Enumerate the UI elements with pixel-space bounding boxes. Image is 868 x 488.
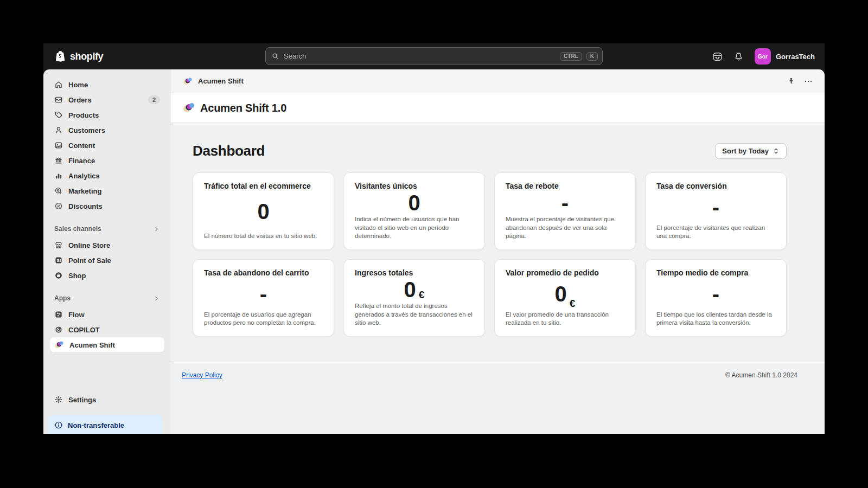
- analytics-icon: [54, 171, 63, 180]
- ctrl-key-badge: CTRL: [560, 52, 582, 61]
- sidebar-item-products[interactable]: Products: [50, 107, 164, 123]
- point-of-sale-icon: S: [54, 256, 63, 265]
- account-menu[interactable]: Gor GorrasTech: [755, 48, 815, 65]
- pin-icon: [787, 77, 795, 85]
- marketing-icon: [54, 187, 63, 195]
- metric-card-trafico-total: Tráfico total en el ecommerce 0 El númer…: [193, 172, 334, 250]
- dashboard-title: Dashboard: [193, 143, 265, 159]
- finance-icon: [54, 156, 63, 165]
- shopify-wordmark: shopify: [70, 51, 103, 62]
- discounts-icon: [54, 202, 63, 210]
- pin-app-button[interactable]: [787, 77, 795, 85]
- breadcrumb: Acumen Shift: [198, 77, 244, 85]
- metric-value: 0 €: [355, 277, 474, 302]
- search-input[interactable]: [284, 52, 556, 60]
- metric-card-abandono-carrito: Tasa de abandono del carrito - El porcen…: [193, 259, 334, 337]
- info-icon: [54, 421, 63, 429]
- store-name: GorrasTech: [776, 53, 815, 61]
- app-options-button[interactable]: [804, 77, 813, 86]
- acumen-shift-icon: [55, 341, 63, 349]
- sidebar-item-acumen-shift[interactable]: Acumen Shift: [50, 337, 164, 352]
- copilot-icon: [54, 325, 63, 334]
- home-icon: [54, 80, 63, 89]
- sidebar-item-point-of-sale[interactable]: S Point of Sale: [50, 253, 164, 268]
- acumen-shift-icon: [183, 102, 194, 113]
- sidebar-item-orders[interactable]: Orders 2: [50, 92, 164, 107]
- sidebar-item-flow[interactable]: Flow: [50, 307, 164, 322]
- sidekick-icon: [712, 52, 723, 62]
- footer: Privacy Policy © Acumen Shift 1.0 2024: [171, 363, 825, 379]
- metric-value: -: [506, 190, 624, 215]
- sales-channels-section[interactable]: Sales channels: [50, 222, 164, 235]
- customers-icon: [54, 126, 63, 134]
- avatar: Gor: [755, 48, 771, 65]
- ellipsis-icon: [804, 77, 813, 86]
- apps-section[interactable]: Apps: [50, 292, 164, 305]
- notifications-button[interactable]: [733, 52, 744, 62]
- sidekick-button[interactable]: [712, 52, 723, 62]
- sidebar-item-finance[interactable]: Finance: [50, 153, 164, 168]
- shopify-logo[interactable]: shopify: [54, 50, 103, 63]
- shopify-admin-window: shopify CTRL K: [43, 43, 825, 434]
- metric-value: -: [656, 277, 775, 311]
- page-title: Acumen Shift 1.0: [200, 102, 286, 114]
- content-icon: [54, 141, 63, 150]
- metric-card-tiempo-medio: Tiempo medio de compra - El tiempo que l…: [645, 259, 787, 337]
- sidebar-item-settings[interactable]: Settings: [50, 392, 164, 407]
- metric-card-valor-promedio: Valor promedio de pedido 0 € El valor pr…: [494, 259, 636, 337]
- metric-value: -: [656, 190, 775, 224]
- sidebar-item-customers[interactable]: Customers: [50, 123, 164, 138]
- app-breadcrumb-bar: Acumen Shift: [171, 69, 825, 93]
- sort-by-dropdown[interactable]: Sort by Today: [715, 143, 787, 159]
- chevron-right-icon: [153, 226, 160, 233]
- metric-card-tasa-rebote: Tasa de rebote - Muestra el porcentaje d…: [494, 172, 636, 250]
- sidebar-item-marketing[interactable]: Marketing: [50, 183, 164, 198]
- metric-value: 0: [204, 190, 323, 232]
- main-area: Acumen Shift Acumen Shif: [171, 69, 825, 434]
- sidebar-item-online-store[interactable]: Online Store: [50, 237, 164, 253]
- online-store-icon: [54, 241, 63, 249]
- orders-count-badge: 2: [148, 95, 160, 104]
- metric-card-tasa-conversion: Tasa de conversión - El porcentaje de vi…: [645, 172, 787, 250]
- global-search[interactable]: CTRL K: [265, 47, 603, 65]
- sidebar-item-content[interactable]: Content: [50, 138, 164, 153]
- bell-icon: [733, 52, 744, 62]
- page-header: Acumen Shift 1.0: [171, 93, 825, 123]
- metric-card-ingresos-totales: Ingresos totales 0 € Refleja el monto to…: [343, 259, 485, 337]
- orders-icon: [54, 95, 63, 104]
- metric-value: 0 €: [506, 277, 624, 311]
- topbar-actions: Gor GorrasTech: [712, 48, 815, 65]
- sidebar-item-analytics[interactable]: Analytics: [50, 168, 164, 183]
- sidebar-item-shop[interactable]: Shop: [50, 268, 164, 283]
- shop-icon: [54, 271, 63, 280]
- metric-card-visitantes-unicos: Visitantes únicos 0 Indica el número de …: [343, 172, 485, 250]
- shopify-bag-icon: [54, 50, 66, 63]
- sidebar-item-home[interactable]: Home: [50, 77, 164, 92]
- k-key-badge: K: [586, 52, 598, 61]
- sidebar-item-discounts[interactable]: Discounts: [50, 198, 164, 214]
- metric-value: -: [204, 277, 323, 311]
- app-content: Dashboard Sort by Today Tráfico total en…: [171, 123, 825, 434]
- sidebar-item-copilot[interactable]: COPILOT: [50, 322, 164, 337]
- privacy-policy-link[interactable]: Privacy Policy: [182, 371, 222, 379]
- flow-icon: [54, 310, 63, 319]
- chevron-right-icon: [153, 295, 160, 302]
- metric-cards-grid: Tráfico total en el ecommerce 0 El númer…: [193, 172, 787, 337]
- search-icon: [271, 52, 279, 60]
- gear-icon: [54, 395, 63, 404]
- products-icon: [54, 111, 63, 119]
- metric-value: 0: [355, 190, 474, 215]
- sort-arrows-icon: [773, 147, 780, 155]
- acumen-shift-icon: [184, 77, 192, 85]
- copyright-text: © Acumen Shift 1.0 2024: [725, 371, 797, 379]
- sidebar: Home Orders 2 Products: [43, 69, 171, 434]
- non-transferable-banner[interactable]: Non-transferable: [48, 415, 163, 434]
- svg-text:S: S: [57, 258, 60, 263]
- topbar: shopify CTRL K: [43, 43, 825, 69]
